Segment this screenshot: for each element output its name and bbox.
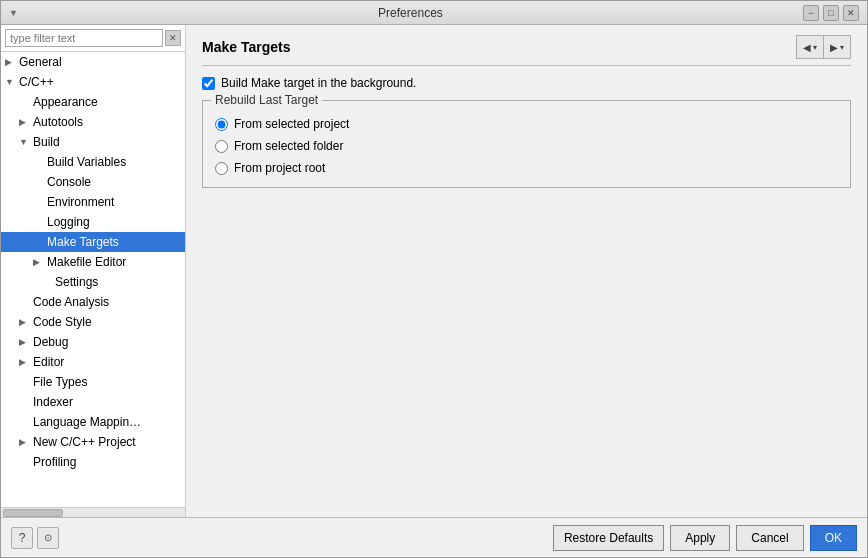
from-folder-label: From selected folder: [234, 139, 343, 153]
horizontal-scrollbar[interactable]: [1, 507, 185, 517]
arrow-debug: ▶: [19, 337, 33, 347]
ok-button[interactable]: OK: [810, 525, 857, 551]
from-project-underline: p: [313, 117, 320, 131]
label-build-variables: Build Variables: [47, 155, 126, 169]
sidebar-item-code-style[interactable]: ▶Code Style: [1, 312, 185, 332]
arrow-new-cpp-project: ▶: [19, 437, 33, 447]
build-bg-label: Build Make target in the background.: [221, 76, 416, 90]
sidebar-item-settings[interactable]: Settings: [1, 272, 185, 292]
maximize-button[interactable]: □: [823, 5, 839, 21]
sidebar-item-makefile-editor[interactable]: ▶Makefile Editor: [1, 252, 185, 272]
restore-defaults-button[interactable]: Restore Defaults: [553, 525, 664, 551]
arrow-build: ▼: [19, 137, 33, 147]
sidebar-item-cpp[interactable]: ▼C/C++: [1, 72, 185, 92]
filter-box: ✕: [1, 25, 185, 52]
main-header: Make Targets ◀▾ ▶▾: [202, 35, 851, 66]
arrow-editor: ▶: [19, 357, 33, 367]
arrow-makefile-editor: ▶: [33, 257, 47, 267]
preferences-dialog: ▼ Preferences − □ ✕ ✕ ▶General▼C/C++Appe…: [0, 0, 868, 558]
sidebar-item-editor[interactable]: ▶Editor: [1, 352, 185, 372]
sidebar-item-appearance[interactable]: Appearance: [1, 92, 185, 112]
filter-input[interactable]: [5, 29, 163, 47]
content-area: ✕ ▶General▼C/C++Appearance▶Autotools▼Bui…: [1, 25, 867, 517]
from-root-label: From project root: [234, 161, 325, 175]
title-bar-controls: − □ ✕: [803, 5, 859, 21]
from-project-label: From selected project: [234, 117, 349, 131]
sidebar-item-build-variables[interactable]: Build Variables: [1, 152, 185, 172]
arrow-autotools: ▶: [19, 117, 33, 127]
radio-from-folder: From selected folder: [215, 139, 838, 153]
label-profiling: Profiling: [33, 455, 76, 469]
window-title: Preferences: [18, 6, 803, 20]
sidebar-item-make-targets[interactable]: Make Targets: [1, 232, 185, 252]
arrow-code-style: ▶: [19, 317, 33, 327]
label-makefile-editor: Makefile Editor: [47, 255, 126, 269]
radio-from-project: From selected project: [215, 117, 838, 131]
from-project-radio[interactable]: [215, 118, 228, 131]
label-logging: Logging: [47, 215, 90, 229]
radio-from-root: From project root: [215, 161, 838, 175]
back-forward-group: ◀▾ ▶▾: [796, 35, 851, 59]
label-build: Build: [33, 135, 60, 149]
arrow-general: ▶: [5, 57, 19, 67]
sidebar-item-debug[interactable]: ▶Debug: [1, 332, 185, 352]
label-general: General: [19, 55, 62, 69]
bottom-left: ? ⊙: [11, 527, 59, 549]
filter-clear-button[interactable]: ✕: [165, 30, 181, 46]
label-code-style: Code Style: [33, 315, 92, 329]
sidebar-item-profiling[interactable]: Profiling: [1, 452, 185, 472]
label-cpp: C/C++: [19, 75, 54, 89]
label-make-targets: Make Targets: [47, 235, 119, 249]
scrollbar-thumb[interactable]: [3, 509, 63, 517]
label-debug: Debug: [33, 335, 68, 349]
label-file-types: File Types: [33, 375, 87, 389]
label-appearance: Appearance: [33, 95, 98, 109]
sidebar-item-autotools[interactable]: ▶Autotools: [1, 112, 185, 132]
sidebar-item-console[interactable]: Console: [1, 172, 185, 192]
minimize-button[interactable]: −: [803, 5, 819, 21]
sidebar-item-logging[interactable]: Logging: [1, 212, 185, 232]
rebuild-group-legend: Rebuild Last Target: [211, 93, 322, 107]
back-button[interactable]: ◀▾: [797, 36, 824, 58]
sidebar-item-build[interactable]: ▼Build: [1, 132, 185, 152]
bottom-bar: ? ⊙ Restore Defaults Apply Cancel OK: [1, 517, 867, 557]
label-console: Console: [47, 175, 91, 189]
from-root-underline: r: [305, 161, 309, 175]
label-autotools: Autotools: [33, 115, 83, 129]
tree: ▶General▼C/C++Appearance▶Autotools▼Build…: [1, 52, 185, 507]
toolbar-right: ◀▾ ▶▾: [796, 35, 851, 59]
page-title: Make Targets: [202, 39, 290, 55]
apply-button[interactable]: Apply: [670, 525, 730, 551]
from-folder-radio[interactable]: [215, 140, 228, 153]
cancel-button[interactable]: Cancel: [736, 525, 803, 551]
build-bg-row: Build Make target in the background.: [202, 76, 851, 90]
sidebar-item-file-types[interactable]: File Types: [1, 372, 185, 392]
sidebar: ✕ ▶General▼C/C++Appearance▶Autotools▼Bui…: [1, 25, 186, 517]
forward-button[interactable]: ▶▾: [824, 36, 850, 58]
label-environment: Environment: [47, 195, 114, 209]
label-new-cpp-project: New C/C++ Project: [33, 435, 136, 449]
arrow-cpp: ▼: [5, 77, 19, 87]
sidebar-item-code-analysis[interactable]: Code Analysis: [1, 292, 185, 312]
from-root-radio[interactable]: [215, 162, 228, 175]
title-bar: ▼ Preferences − □ ✕: [1, 1, 867, 25]
label-settings: Settings: [55, 275, 98, 289]
sidebar-item-new-cpp-project[interactable]: ▶New C/C++ Project: [1, 432, 185, 452]
rebuild-group: Rebuild Last Target From selected projec…: [202, 100, 851, 188]
title-bar-left: ▼: [9, 8, 18, 18]
label-indexer: Indexer: [33, 395, 73, 409]
main-content: Build Make target in the background. Reb…: [202, 76, 851, 507]
window-menu-icon[interactable]: ▼: [9, 8, 18, 18]
sidebar-item-environment[interactable]: Environment: [1, 192, 185, 212]
label-code-analysis: Code Analysis: [33, 295, 109, 309]
bottom-right: Restore Defaults Apply Cancel OK: [553, 525, 857, 551]
label-language-mapping: Language Mappin…: [33, 415, 141, 429]
sidebar-item-language-mapping[interactable]: Language Mappin…: [1, 412, 185, 432]
close-button[interactable]: ✕: [843, 5, 859, 21]
build-bg-checkbox[interactable]: [202, 77, 215, 90]
help-button[interactable]: ?: [11, 527, 33, 549]
from-folder-underline: f: [313, 139, 316, 153]
sidebar-item-indexer[interactable]: Indexer: [1, 392, 185, 412]
defaults-button[interactable]: ⊙: [37, 527, 59, 549]
sidebar-item-general[interactable]: ▶General: [1, 52, 185, 72]
